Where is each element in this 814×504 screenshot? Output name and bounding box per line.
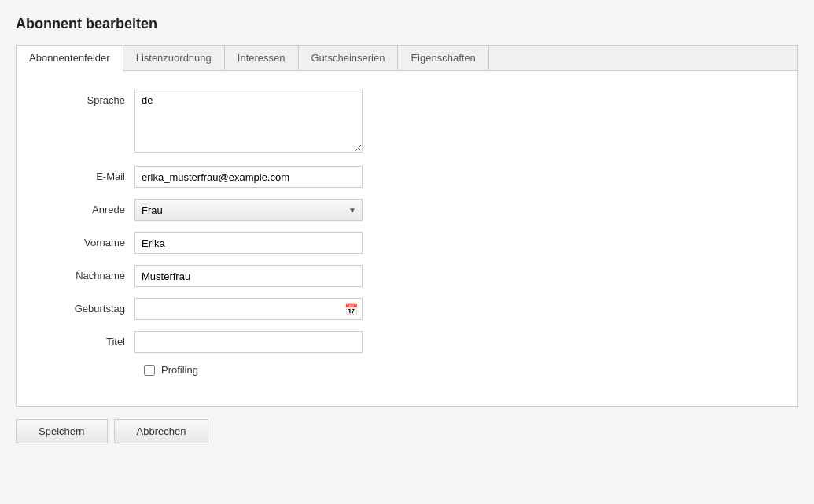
titel-field [134, 331, 363, 353]
email-label: E-Mail [40, 166, 134, 182]
nachname-label: Nachname [40, 265, 134, 281]
cancel-button[interactable]: Abbrechen [114, 419, 209, 443]
tab-content: Sprache E-Mail Anrede Frau Herr Divers [17, 71, 797, 406]
tabs-container: Abonnentenfelder Listenzuordnung Interes… [16, 45, 798, 407]
anrede-row: Anrede Frau Herr Divers [40, 199, 774, 221]
sprache-input[interactable] [134, 90, 363, 153]
titel-label: Titel [40, 331, 134, 348]
tab-abonnentenfelder[interactable]: Abonnentenfelder [17, 46, 123, 71]
tabs-header: Abonnentenfelder Listenzuordnung Interes… [17, 46, 797, 71]
page-title: Abonnent bearbeiten [16, 16, 798, 32]
vorname-input[interactable] [134, 232, 363, 254]
tab-listenzuordnung[interactable]: Listenzuordnung [123, 46, 225, 70]
sprache-field [134, 90, 363, 155]
email-input[interactable] [134, 166, 363, 188]
titel-input[interactable] [134, 331, 363, 353]
vorname-field [134, 232, 363, 254]
anrede-select-wrapper: Frau Herr Divers [134, 199, 363, 221]
tab-interessen[interactable]: Interessen [225, 46, 299, 70]
titel-row: Titel [40, 331, 774, 353]
profiling-row: Profiling [144, 364, 774, 376]
tab-gutscheinserien[interactable]: Gutscheinserien [299, 46, 399, 70]
vorname-row: Vorname [40, 232, 774, 254]
nachname-field [134, 265, 363, 287]
anrede-field: Frau Herr Divers [134, 199, 363, 221]
footer-buttons: Speichern Abbrechen [16, 419, 798, 443]
email-field [134, 166, 363, 188]
geburtstag-date-wrapper: 📅 [134, 298, 363, 320]
geburtstag-field: 📅 [134, 298, 363, 320]
profiling-checkbox[interactable] [144, 365, 155, 376]
save-button[interactable]: Speichern [16, 419, 108, 443]
anrede-select[interactable]: Frau Herr Divers [134, 199, 363, 221]
tab-eigenschaften[interactable]: Eigenschaften [398, 46, 488, 70]
profiling-label: Profiling [161, 364, 198, 376]
email-row: E-Mail [40, 166, 774, 188]
geburtstag-input[interactable] [134, 298, 363, 320]
sprache-row: Sprache [40, 90, 774, 155]
vorname-label: Vorname [40, 232, 134, 248]
nachname-row: Nachname [40, 265, 774, 287]
sprache-label: Sprache [40, 90, 134, 106]
geburtstag-row: Geburtstag 📅 [40, 298, 774, 320]
geburtstag-label: Geburtstag [40, 298, 134, 315]
nachname-input[interactable] [134, 265, 363, 287]
calendar-icon[interactable]: 📅 [344, 303, 358, 315]
anrede-label: Anrede [40, 199, 134, 215]
